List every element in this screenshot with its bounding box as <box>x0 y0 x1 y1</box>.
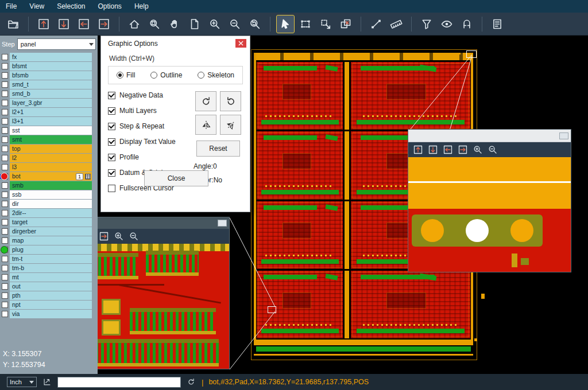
layer-name[interactable]: npt <box>10 301 92 309</box>
zoom-in-icon[interactable] <box>113 230 125 243</box>
menu-item-file[interactable]: File <box>6 2 17 10</box>
layer-visibility-checkbox[interactable] <box>2 192 8 198</box>
area-select-icon[interactable] <box>297 15 314 33</box>
rotate-cw-button[interactable] <box>195 91 216 111</box>
snap-magnet-icon[interactable] <box>458 15 475 33</box>
layer-visibility-checkbox[interactable] <box>2 118 8 124</box>
layer-visibility-checkbox[interactable] <box>2 265 8 271</box>
layer-visibility-checkbox[interactable] <box>2 182 8 189</box>
layer-name[interactable]: l2+1 <box>10 108 92 116</box>
layer-row-smd_b[interactable]: smd_b <box>0 89 92 98</box>
layer-row-top[interactable]: top <box>0 145 92 153</box>
import-down-icon[interactable] <box>427 143 439 156</box>
report-list-icon[interactable] <box>489 15 506 33</box>
layer-name[interactable]: l3+1 <box>10 117 92 126</box>
layer-visibility-checkbox[interactable] <box>2 63 8 69</box>
measure-corner-icon[interactable] <box>42 377 52 387</box>
unit-select[interactable]: Inch <box>7 377 37 387</box>
close-icon[interactable] <box>235 39 246 48</box>
layer-row-smd_t[interactable]: smd_t <box>0 80 92 89</box>
layer-visibility-checkbox[interactable] <box>2 302 8 308</box>
layer-visibility-checkbox[interactable] <box>2 109 8 115</box>
ruler-measure-icon[interactable] <box>388 15 405 33</box>
layer-name[interactable]: l3 <box>10 163 92 171</box>
layer-visibility-checkbox[interactable] <box>2 100 8 106</box>
layer-row-sst[interactable]: sst <box>0 126 92 135</box>
dialog-titlebar[interactable]: Graphic Options <box>101 36 250 51</box>
layer-name[interactable]: layer_3.gbr <box>10 99 92 107</box>
restore-icon[interactable] <box>218 220 227 227</box>
layer-row-dirgerber[interactable]: dirgerber <box>0 227 92 236</box>
line-draw-icon[interactable] <box>368 15 385 33</box>
option-multi-layers[interactable]: Multi Layers <box>108 107 194 115</box>
layer-visibility-checkbox[interactable] <box>2 292 8 299</box>
layer-name[interactable]: plug <box>10 245 92 254</box>
zoom-previous-icon[interactable] <box>246 15 264 33</box>
zoom-in-icon[interactable] <box>471 143 484 156</box>
pan-hand-icon[interactable] <box>166 15 183 33</box>
layer-visibility-checkbox[interactable] <box>2 228 8 235</box>
layer-row-tm-b[interactable]: tm-b <box>0 264 92 272</box>
layer-row-l3+1[interactable]: l3+1 <box>0 117 92 126</box>
mirror-horizontal-button[interactable] <box>195 115 216 135</box>
layer-visibility-checkbox[interactable] <box>2 237 8 244</box>
overlay-compare-icon[interactable] <box>337 15 354 33</box>
layer-name[interactable]: tm-b <box>10 264 92 272</box>
layer-row-layer_3.gbr[interactable]: layer_3.gbr <box>0 99 92 107</box>
layer-name[interactable]: out <box>10 282 92 291</box>
layer-name[interactable]: smd_b <box>10 89 92 98</box>
open-folder-icon[interactable] <box>5 15 22 33</box>
import-left-icon[interactable] <box>442 143 454 156</box>
layer-row-bot[interactable]: bot1 <box>0 172 92 181</box>
reset-button[interactable]: Reset <box>196 141 240 157</box>
layer-visibility-checkbox[interactable] <box>2 72 8 79</box>
layer-name[interactable]: target <box>10 218 92 227</box>
magnifier-titlebar[interactable] <box>408 130 571 142</box>
mirror-diagonal-button[interactable] <box>220 115 241 135</box>
layer-name[interactable]: dir <box>10 200 92 208</box>
layer-row-l3[interactable]: l3 <box>0 163 92 171</box>
step-select[interactable]: panel <box>17 38 96 50</box>
layer-visibility-checkbox[interactable] <box>2 136 8 143</box>
layer-row-dir[interactable]: dir <box>0 200 92 208</box>
layer-name[interactable]: smt <box>10 135 92 144</box>
layer-name[interactable]: via <box>10 310 92 318</box>
layer-row-ssb[interactable]: ssb <box>0 190 92 199</box>
layer-visibility-checkbox[interactable] <box>2 146 8 152</box>
menu-item-view[interactable]: View <box>29 2 44 10</box>
cursor-select-icon[interactable] <box>277 15 294 33</box>
import-right-icon[interactable] <box>95 15 113 33</box>
layer-name[interactable]: 2dir-- <box>10 209 92 217</box>
layer-row-bfsmt[interactable]: bfsmt <box>0 62 92 71</box>
close-button[interactable]: Close <box>144 170 208 186</box>
layer-name[interactable]: pth <box>10 291 92 300</box>
menu-item-help[interactable]: Help <box>134 2 149 10</box>
layer-visibility-checkbox[interactable] <box>2 219 8 225</box>
layer-visibility-checkbox[interactable] <box>2 210 8 216</box>
option-negative-data[interactable]: Negative Data <box>108 91 194 99</box>
width-mode-skeleton[interactable]: Skeleton <box>198 71 234 79</box>
filter-funnel-icon[interactable] <box>418 15 435 33</box>
layer-row-fx[interactable]: fx <box>0 53 92 61</box>
layer-visibility-checkbox[interactable] <box>2 311 8 317</box>
width-mode-outline[interactable]: Outline <box>150 71 182 79</box>
snapshot-icon[interactable] <box>186 15 203 33</box>
layer-visibility-checkbox[interactable] <box>2 274 8 280</box>
transform-select-icon[interactable] <box>317 15 334 33</box>
import-up-icon[interactable] <box>35 15 52 33</box>
layer-visibility-checkbox[interactable] <box>2 283 8 290</box>
layer-visibility-checkbox[interactable] <box>2 127 8 134</box>
layer-visibility-checkbox[interactable] <box>2 91 8 97</box>
layer-row-pth[interactable]: pth <box>0 291 92 300</box>
highlight-eye-icon[interactable] <box>438 15 455 33</box>
width-mode-fill[interactable]: Fill <box>117 71 135 79</box>
restore-icon[interactable] <box>559 132 568 139</box>
option-display-text-value[interactable]: Display Text Value <box>108 138 194 146</box>
import-left-icon[interactable] <box>75 15 92 33</box>
refresh-icon[interactable] <box>186 377 196 387</box>
layer-row-plug[interactable]: plug <box>0 245 92 254</box>
import-up-icon[interactable] <box>412 143 424 156</box>
layer-visibility-checkbox[interactable] <box>2 201 8 207</box>
layer-name[interactable]: top <box>10 145 92 153</box>
import-down-icon[interactable] <box>55 15 72 33</box>
